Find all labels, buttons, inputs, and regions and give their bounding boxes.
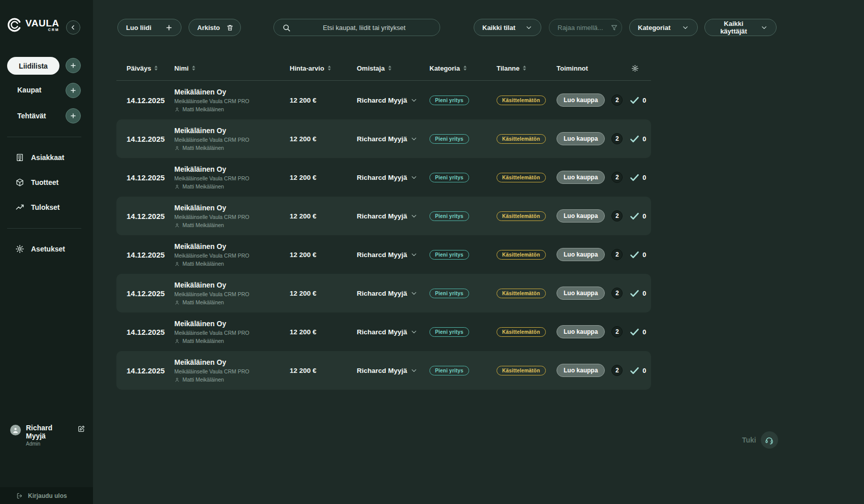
sidebar-item-tehtavat[interactable]: Tehtävät: [17, 112, 46, 120]
notes-count-badge[interactable]: 2: [611, 94, 623, 106]
category-filter-dropdown[interactable]: Kategoriat: [629, 19, 698, 36]
column-header-omistaja[interactable]: Omistaja: [357, 65, 429, 72]
tasks-count: 0: [642, 174, 646, 181]
owner-dropdown[interactable]: Richarcd Myyjä: [357, 212, 429, 220]
create-deal-from-lead-button[interactable]: Luo kauppa: [557, 287, 605, 300]
column-header-kategoria[interactable]: Kategoria: [429, 65, 497, 72]
user-name: Richard Myyjä: [26, 424, 72, 440]
sidebar-item-tulokset[interactable]: Tulokset: [15, 203, 60, 212]
owner-dropdown[interactable]: Richarcd Myyjä: [357, 367, 429, 374]
plus-icon: [165, 24, 173, 32]
funnel-icon: [610, 24, 618, 32]
sidebar-item-label: Asiakkaat: [31, 153, 64, 162]
company-name[interactable]: Meikäläinen Oy: [174, 127, 290, 135]
notes-count-badge[interactable]: 2: [611, 210, 623, 222]
sidebar-item-asiakkaat[interactable]: Asiakkaat: [15, 153, 64, 162]
table-settings-button[interactable]: [631, 65, 639, 72]
status-filter-dropdown[interactable]: Kaikki tilat: [474, 19, 541, 36]
company-name[interactable]: Meikäläinen Oy: [174, 281, 290, 289]
column-header-nimi[interactable]: Nimi: [174, 65, 290, 72]
sidebar: VAULA CRM Liidilista Kaupat Tehtävät Asi…: [0, 0, 93, 504]
check-icon[interactable]: [629, 134, 640, 144]
support-button[interactable]: [761, 431, 778, 449]
category-filter-label: Kategoriat: [638, 24, 670, 32]
tasks-indicator: 0: [629, 211, 646, 222]
create-lead-label: Luo liidi: [126, 24, 151, 32]
column-header-tilanne[interactable]: Tilanne: [497, 65, 557, 72]
check-icon[interactable]: [629, 95, 640, 106]
company-name[interactable]: Meikäläinen Oy: [174, 242, 290, 250]
sidebar-divider: [7, 137, 81, 137]
support-widget: Tuki: [742, 431, 778, 449]
create-lead-button[interactable]: Luo liidi: [117, 19, 181, 36]
row-price: 12 200 €: [290, 367, 357, 374]
create-deal-from-lead-button[interactable]: Luo kauppa: [557, 132, 605, 145]
edit-profile-button[interactable]: [77, 425, 85, 434]
owner-dropdown[interactable]: Richarcd Myyjä: [357, 135, 429, 143]
create-deal-from-lead-button[interactable]: Luo kauppa: [557, 325, 605, 338]
table-header: Päiväys Nimi Hinta-arvio Omistaja Katego…: [116, 56, 651, 81]
product-name: Meikäläinselle Vaula CRM PRO: [174, 330, 290, 336]
create-deal-from-lead-button[interactable]: Luo kauppa: [557, 364, 605, 377]
chevron-down-icon: [525, 24, 533, 32]
logout-button[interactable]: Kirjaudu ulos: [0, 487, 93, 504]
sidebar-item-tuotteet[interactable]: Tuotteet: [15, 178, 58, 187]
owner-dropdown[interactable]: Richarcd Myyjä: [357, 328, 429, 336]
contact-name: Matti Meikäläinen: [182, 261, 224, 267]
logo-swoosh-icon: [7, 17, 22, 33]
row-name-cell: Meikäläinen Oy Meikäläinselle Vaula CRM …: [174, 281, 290, 305]
owner-dropdown[interactable]: Richarcd Myyjä: [357, 97, 429, 104]
headset-icon: [764, 435, 774, 445]
contact-line: Matti Meikäläinen: [174, 222, 290, 228]
column-header-paivays[interactable]: Päiväys: [116, 65, 174, 72]
check-icon[interactable]: [629, 365, 640, 376]
archive-button[interactable]: Arkisto: [189, 19, 241, 36]
create-deal-from-lead-button[interactable]: Luo kauppa: [557, 209, 605, 223]
notes-count-badge[interactable]: 2: [611, 288, 623, 299]
check-icon[interactable]: [629, 327, 640, 337]
tasks-count: 0: [642, 212, 646, 220]
create-deal-from-lead-button[interactable]: Luo kauppa: [557, 171, 605, 184]
notes-count-badge[interactable]: 2: [611, 172, 623, 183]
contact-name: Matti Meikäläinen: [182, 376, 224, 383]
create-deal-from-lead-button[interactable]: Luo kauppa: [557, 93, 605, 107]
sidebar-item-kaupat[interactable]: Kaupat: [17, 86, 41, 94]
notes-count-badge[interactable]: 2: [611, 249, 623, 260]
company-name[interactable]: Meikäläinen Oy: [174, 358, 290, 366]
chevron-down-icon: [410, 290, 418, 297]
row-date: 14.12.2025: [116, 96, 174, 105]
tasks-count: 0: [642, 135, 646, 143]
check-icon[interactable]: [629, 211, 640, 222]
create-deal-from-lead-button[interactable]: Luo kauppa: [557, 248, 605, 261]
owner-dropdown[interactable]: Richarcd Myyjä: [357, 290, 429, 297]
company-name[interactable]: Meikäläinen Oy: [174, 165, 290, 173]
owner-dropdown[interactable]: Richarcd Myyjä: [357, 251, 429, 259]
name-filter-input[interactable]: [558, 24, 604, 32]
add-task-button[interactable]: [66, 108, 81, 123]
company-name[interactable]: Meikäläinen Oy: [174, 320, 290, 328]
notes-count-badge[interactable]: 2: [611, 326, 623, 337]
check-icon[interactable]: [629, 172, 640, 183]
notes-count-badge[interactable]: 2: [611, 133, 623, 144]
sidebar-item-liidilista[interactable]: Liidilista: [7, 57, 59, 75]
add-deal-button[interactable]: [66, 83, 81, 98]
notes-count-badge[interactable]: 2: [611, 365, 623, 376]
sort-icon: [388, 66, 391, 71]
tasks-indicator: 0: [629, 134, 646, 144]
check-icon[interactable]: [629, 288, 640, 299]
row-category: Pieni yritys: [429, 288, 497, 298]
search-input[interactable]: [297, 24, 431, 32]
row-category: Pieni yritys: [429, 365, 497, 375]
company-name[interactable]: Meikäläinen Oy: [174, 88, 290, 96]
row-price: 12 200 €: [290, 290, 357, 297]
add-lead-button[interactable]: [66, 58, 81, 73]
company-name[interactable]: Meikäläinen Oy: [174, 204, 290, 212]
tasks-indicator: 0: [629, 249, 646, 260]
check-icon[interactable]: [629, 249, 640, 260]
sidebar-item-asetukset[interactable]: Asetukset: [15, 244, 65, 254]
row-actions: Luo kauppa 2 0: [557, 171, 651, 184]
user-filter-dropdown[interactable]: Kaikki käyttäjät: [704, 19, 777, 36]
sidebar-collapse-button[interactable]: [66, 20, 80, 35]
owner-dropdown[interactable]: Richarcd Myyjä: [357, 174, 429, 181]
column-header-hinta-arvio[interactable]: Hinta-arvio: [290, 65, 357, 72]
